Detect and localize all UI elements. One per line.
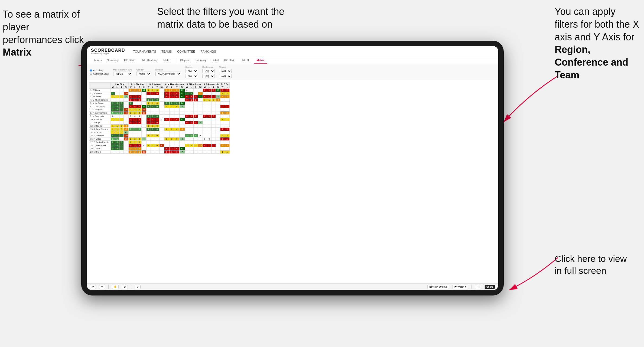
matrix-cell: 1 bbox=[133, 141, 137, 144]
table-row: 17. S De La Fuente200110 bbox=[89, 141, 230, 144]
matrix-cell bbox=[141, 141, 146, 144]
matrix-cell bbox=[185, 147, 189, 150]
conference-select-2[interactable]: (All) bbox=[202, 74, 215, 78]
matrix-cell bbox=[151, 95, 155, 98]
nav-tournaments[interactable]: TOURNAMENTS bbox=[133, 49, 156, 54]
redo-button[interactable]: ↪ bbox=[99, 285, 105, 289]
subnav-players-matrix[interactable]: Matrix bbox=[254, 57, 267, 64]
matrix-cell bbox=[174, 121, 180, 124]
player-name-cell: 8. P Summerhays bbox=[89, 111, 111, 115]
matrix-cell bbox=[185, 128, 189, 131]
matrix-cell bbox=[211, 92, 216, 95]
nav-teams[interactable]: TEAMS bbox=[161, 49, 172, 54]
region-select-2[interactable]: N/A bbox=[186, 74, 198, 78]
matrix-cell bbox=[159, 124, 164, 128]
fullscreen-button[interactable]: ⛶ bbox=[475, 285, 481, 289]
subnav-players-h2h-grid[interactable]: H2H Grid bbox=[221, 57, 238, 64]
matrix-cell: 10 bbox=[124, 131, 129, 134]
view-full[interactable]: Full View bbox=[90, 69, 109, 72]
nav-rankings[interactable]: RANKINGS bbox=[200, 49, 216, 54]
table-row: 12. M Riedel110-6110 bbox=[89, 124, 230, 128]
matrix-cell bbox=[141, 121, 146, 124]
players-select[interactable]: (All) bbox=[219, 69, 232, 73]
matrix-cell: 2 bbox=[111, 141, 115, 144]
matrix-cell bbox=[124, 89, 129, 92]
compact-view-radio[interactable] bbox=[90, 73, 92, 75]
share-button[interactable]: Share bbox=[484, 285, 495, 289]
matrix-cell: 1 bbox=[193, 115, 198, 118]
matrix-cell: 0 bbox=[185, 121, 189, 124]
subnav-players[interactable]: Players bbox=[177, 57, 192, 64]
matrix-cell bbox=[146, 137, 151, 141]
matrix-cell: 0 bbox=[115, 144, 119, 147]
table-row: 1. W Ding120111101201700101302 bbox=[89, 89, 230, 92]
subnav-h2h-heatmap[interactable]: H2H Heatmap bbox=[138, 57, 161, 64]
max-players-select[interactable]: Top 25 bbox=[113, 72, 132, 76]
matrix-cell: 0 bbox=[137, 115, 141, 118]
matrix-cell: 0 bbox=[203, 95, 207, 98]
logo-title: SCOREBOARD bbox=[91, 48, 125, 53]
matrix-cell: 0 bbox=[146, 92, 151, 95]
matrix-cell bbox=[185, 118, 189, 121]
full-view-radio[interactable] bbox=[90, 69, 92, 72]
undo-button[interactable]: ↩ bbox=[90, 285, 96, 289]
matrix-cell: 1 bbox=[151, 124, 155, 128]
matrix-cell: 0 bbox=[155, 98, 159, 102]
watch-button[interactable]: 👁 Watch ▾ bbox=[453, 285, 468, 289]
subnav-matrix[interactable]: Matrix bbox=[161, 57, 173, 64]
matrix-cell: 0 bbox=[119, 108, 124, 111]
table-row: 19. D Ford20023001013 bbox=[89, 147, 230, 150]
matrix-cell: 1 bbox=[189, 121, 193, 124]
matrix-cell bbox=[189, 118, 193, 121]
matrix-cell bbox=[185, 141, 189, 144]
subnav-summary[interactable]: Summary bbox=[104, 57, 121, 64]
subnav-players-h2h-h[interactable]: H2H H... bbox=[238, 57, 254, 64]
matrix-cell: 0 bbox=[128, 115, 133, 118]
matrix-cell bbox=[174, 108, 180, 111]
matrix-cell: 0 bbox=[137, 98, 141, 102]
division-select[interactable]: NCAA Division I bbox=[155, 72, 181, 76]
matrix-cell: 0 bbox=[137, 141, 141, 144]
region-select[interactable]: N/A bbox=[186, 69, 198, 73]
mthorb-l: L bbox=[169, 86, 174, 89]
zoom-button[interactable]: ⊕ bbox=[122, 285, 128, 289]
matrix-cell: 2 bbox=[128, 105, 133, 108]
matrix-cell: 1 bbox=[220, 118, 225, 121]
players-select-2[interactable]: (All) bbox=[219, 74, 232, 78]
matrix-cell: 1 bbox=[207, 95, 211, 98]
matrix-cell: -15 bbox=[141, 108, 146, 111]
filter-region: Region N/A N/A bbox=[186, 66, 198, 78]
matrix-cell: 4 bbox=[133, 105, 137, 108]
subnav-players-summary[interactable]: Summary bbox=[192, 57, 209, 64]
matrix-cell: 0 bbox=[146, 121, 151, 124]
player-name-cell: 11. M Ege bbox=[89, 121, 111, 124]
matrix-cell bbox=[169, 111, 174, 115]
matrix-cell: 0 bbox=[137, 108, 141, 111]
matrix-cell bbox=[115, 89, 119, 92]
clamp-dif: Dif bbox=[216, 86, 220, 89]
view-compact[interactable]: Compact View bbox=[90, 72, 109, 75]
subnav-h2h-grid[interactable]: H2H Grid bbox=[121, 57, 138, 64]
matrix-cell bbox=[207, 147, 211, 150]
matrix-cell bbox=[124, 115, 129, 118]
matrix-cell: 0 bbox=[137, 144, 141, 147]
pan-button[interactable]: ✋ bbox=[112, 285, 119, 289]
matrix-cell bbox=[115, 98, 119, 102]
matrix-cell bbox=[141, 115, 146, 118]
matrix-cell bbox=[159, 134, 164, 137]
view-original-button[interactable]: 🖼 View: Original bbox=[427, 285, 449, 289]
conference-select[interactable]: (All) bbox=[202, 69, 215, 73]
matrix-cell bbox=[211, 124, 216, 128]
matrix-cell bbox=[137, 131, 141, 134]
matrix-cell: 0 bbox=[151, 118, 155, 121]
matrix-cell: 14 bbox=[180, 102, 185, 105]
matrix-cell bbox=[185, 108, 189, 111]
player-name-cell: 9. N Gabrelcik bbox=[89, 115, 111, 118]
nav-committee[interactable]: COMMITTEE bbox=[177, 49, 195, 54]
matrix-cell bbox=[220, 124, 225, 128]
subnav-teams[interactable]: Teams bbox=[91, 57, 104, 64]
settings-button[interactable]: ⚙ bbox=[135, 285, 141, 289]
subnav-detail[interactable]: Detail bbox=[209, 57, 222, 64]
gender-select[interactable]: Men's bbox=[136, 72, 151, 76]
matrix-cell bbox=[146, 150, 151, 154]
